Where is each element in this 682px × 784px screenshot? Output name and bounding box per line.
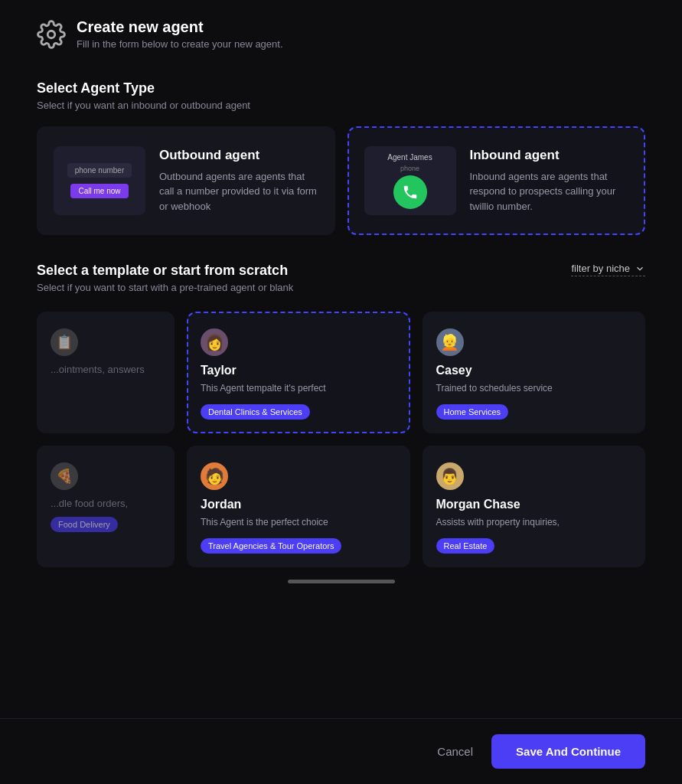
casey-avatar: 👱 — [436, 328, 464, 356]
outbound-agent-card[interactable]: phone number Call me now Outbound agent … — [37, 126, 335, 235]
outbound-info: Outbound agent Outbound agents are agent… — [159, 148, 318, 214]
phone-number-mock: phone number — [67, 163, 132, 178]
morgan-badge: Real Estate — [436, 538, 495, 554]
template-card-casey[interactable]: 👱 Casey Trained to schedules service Hom… — [423, 312, 646, 433]
template-card-partial-1[interactable]: 📋 ...ointments, answers — [37, 312, 175, 433]
casey-badge: Home Services — [436, 404, 509, 420]
taylor-badge: Dental Clinics & Services — [201, 404, 310, 420]
template-section: Select a template or start from scratch … — [37, 263, 645, 583]
phone-circle — [393, 175, 427, 209]
template-card-partial-2[interactable]: 🍕 ...dle food orders, Food Delivery — [37, 446, 175, 567]
inbound-info: Inbound agent Inbound agents are agents … — [470, 148, 629, 214]
template-grid-row1: 📋 ...ointments, answers 👩 Taylor This Ag… — [37, 312, 645, 433]
agent-james-sublabel: phone — [400, 165, 419, 172]
filter-label: filter by niche — [571, 263, 630, 274]
call-me-now-btn: Call me now — [70, 184, 128, 198]
outbound-desc: Outbound agents are agents that call a n… — [159, 169, 318, 214]
scroll-indicator — [37, 580, 645, 583]
inbound-agent-card[interactable]: Agent James phone Inbound agent Inbound … — [348, 126, 646, 235]
gear-icon — [37, 20, 66, 49]
morgan-name: Morgan Chase — [436, 498, 632, 511]
partial-avatar-2: 🍕 — [51, 462, 78, 490]
template-title: Select a template or start from scratch — [37, 263, 293, 279]
partial-avatar-1: 📋 — [51, 328, 78, 356]
footer: Cancel Save And Continue — [0, 718, 682, 784]
save-continue-button[interactable]: Save And Continue — [491, 734, 645, 769]
agent-type-section: Select Agent Type Select if you want an … — [37, 80, 645, 235]
taylor-name: Taylor — [201, 364, 396, 377]
casey-name: Casey — [436, 364, 632, 377]
agent-type-grid: phone number Call me now Outbound agent … — [37, 126, 645, 235]
taylor-avatar: 👩 — [201, 328, 228, 356]
inbound-desc: Inbound agents are agents that respond t… — [470, 169, 629, 214]
filter-dropdown[interactable]: filter by niche — [571, 263, 645, 276]
template-card-taylor[interactable]: 👩 Taylor This Agent tempalte it's perfec… — [187, 312, 410, 433]
partial-desc-1: ...ointments, answers — [51, 364, 161, 375]
svg-point-0 — [47, 31, 55, 38]
partial-badge-2: Food Delivery — [51, 517, 118, 532]
agent-james-label: Agent James — [387, 153, 432, 162]
inbound-illustration: Agent James phone — [364, 146, 456, 215]
template-card-morgan[interactable]: 👨 Morgan Chase Assists with property inq… — [423, 446, 646, 567]
agent-type-subtitle: Select if you want an inbound or outboun… — [37, 100, 645, 111]
template-subtitle: Select if you want to start with a pre-t… — [37, 282, 293, 293]
inbound-name: Inbound agent — [470, 148, 629, 163]
morgan-desc: Assists with property inquiries, — [436, 516, 632, 529]
casey-desc: Trained to schedules service — [436, 382, 632, 395]
cancel-button[interactable]: Cancel — [437, 745, 473, 758]
template-card-jordan[interactable]: 🧑 Jordan This Agent is the perfect choic… — [187, 446, 410, 567]
page-subtitle: Fill in the form below to create your ne… — [77, 38, 283, 50]
page-header: Create new agent Fill in the form below … — [37, 18, 645, 50]
page-title: Create new agent — [77, 18, 283, 36]
jordan-name: Jordan — [201, 498, 396, 511]
outbound-illustration: phone number Call me now — [54, 146, 145, 215]
template-grid-row2: 🍕 ...dle food orders, Food Delivery 🧑 Jo… — [37, 446, 645, 567]
jordan-avatar: 🧑 — [201, 462, 228, 490]
outbound-name: Outbound agent — [159, 148, 318, 163]
jordan-badge: Travel Agencies & Tour Operators — [201, 538, 341, 554]
partial-desc-2: ...dle food orders, — [51, 498, 161, 509]
taylor-desc: This Agent tempalte it's perfect — [201, 382, 396, 395]
jordan-desc: This Agent is the perfect choice — [201, 516, 396, 529]
agent-type-title: Select Agent Type — [37, 80, 645, 96]
morgan-avatar: 👨 — [436, 462, 464, 490]
